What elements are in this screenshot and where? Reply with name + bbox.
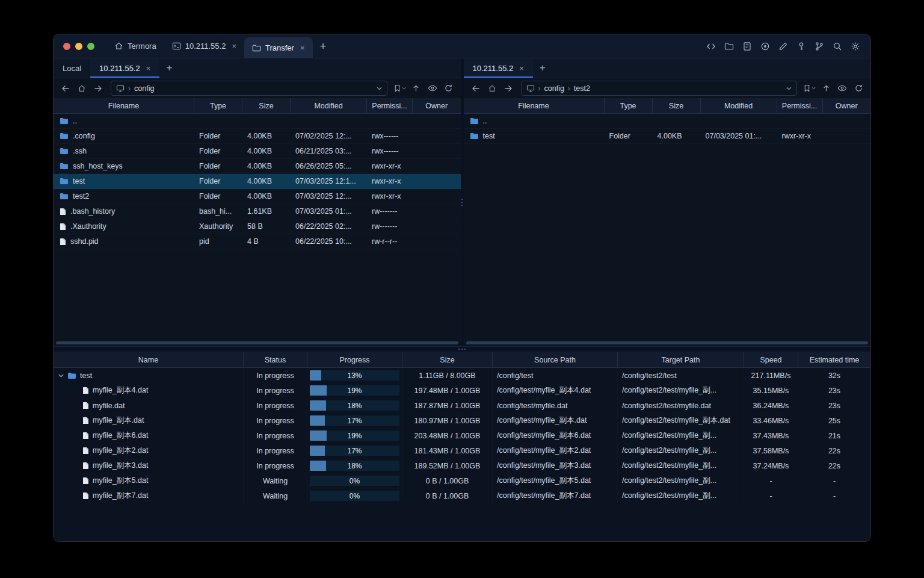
new-panel-tab-button[interactable]: + xyxy=(533,62,552,74)
breadcrumb-segment[interactable]: config xyxy=(544,84,564,93)
scrollbar-thumb[interactable] xyxy=(466,341,869,344)
chevron-down-icon[interactable] xyxy=(786,87,792,90)
transfer-row[interactable]: myfile_副本2.dat In progress 17% 181.43MB … xyxy=(54,443,870,458)
file-row[interactable]: .config Folder 4.00KB 07/02/2025 12:... … xyxy=(54,129,461,144)
upload-button[interactable] xyxy=(818,81,834,96)
key-button[interactable] xyxy=(793,39,809,54)
branch-button[interactable] xyxy=(812,39,827,54)
file-row[interactable]: .ssh Folder 4.00KB 06/21/2025 03:... rwx… xyxy=(54,144,461,159)
tab-remote-host[interactable]: 10.211.55.2 × xyxy=(90,58,159,78)
transfer-size: 181.43MB / 1.00GB xyxy=(402,443,493,458)
transfer-row[interactable]: myfile_副本.dat In progress 17% 180.97MB /… xyxy=(54,413,870,428)
tab-host[interactable]: 10.211.55.2 × xyxy=(164,34,244,58)
file-row-selected[interactable]: test Folder 4.00KB 07/03/2025 12:1... rw… xyxy=(54,174,461,189)
tab-close-icon[interactable]: × xyxy=(232,42,236,50)
file-row[interactable]: sshd.pid pid 4 B 06/22/2025 10:... rw-r-… xyxy=(54,234,461,249)
column-header-permissions[interactable]: Permissi... xyxy=(777,98,823,113)
tab-local[interactable]: Local xyxy=(54,58,90,78)
column-header-progress[interactable]: Progress xyxy=(307,352,402,367)
column-header-name[interactable]: Name xyxy=(54,352,244,367)
main-area: Local 10.211.55.2 × + › config xyxy=(54,58,870,541)
tab-transfer[interactable]: Transfer × xyxy=(244,37,313,58)
horizontal-scrollbar[interactable] xyxy=(56,341,458,344)
settings-button[interactable] xyxy=(848,39,863,54)
column-header-speed[interactable]: Speed xyxy=(744,352,798,367)
file-row[interactable]: ssh_host_keys Folder 4.00KB 06/26/2025 0… xyxy=(54,159,461,174)
transfer-row[interactable]: myfile.dat In progress 18% 187.87MB / 1.… xyxy=(54,398,870,413)
file-row[interactable]: .. xyxy=(464,114,871,129)
file-name-cell: test2 xyxy=(54,192,194,200)
tab-remote-host[interactable]: 10.211.55.2 × xyxy=(464,58,533,78)
scrollbar-thumb[interactable] xyxy=(56,341,458,344)
breadcrumb-segment[interactable]: config xyxy=(134,84,154,93)
folder-button[interactable] xyxy=(721,39,737,54)
file-row[interactable]: test2 Folder 4.00KB 07/03/2025 12:... rw… xyxy=(54,189,461,204)
horizontal-scrollbar[interactable] xyxy=(466,341,869,344)
file-row[interactable]: .. xyxy=(54,114,461,129)
show-hidden-button[interactable] xyxy=(425,81,440,96)
transfer-row[interactable]: myfile_副本6.dat In progress 19% 203.48MB … xyxy=(54,428,870,443)
file-row[interactable]: test Folder 4.00KB 07/03/2025 01:... rwx… xyxy=(464,129,871,144)
forward-button[interactable] xyxy=(500,81,516,96)
upload-button[interactable] xyxy=(408,81,424,96)
refresh-button[interactable] xyxy=(441,81,457,96)
tab-close-icon[interactable]: × xyxy=(519,64,524,72)
column-header-filename[interactable]: Filename xyxy=(54,98,194,113)
log-button[interactable] xyxy=(739,39,755,54)
tab-close-icon[interactable]: × xyxy=(146,64,151,72)
file-row[interactable]: .Xauthority Xauthority 58 B 06/22/2025 0… xyxy=(54,219,461,234)
edit-button[interactable] xyxy=(775,39,791,54)
new-tab-button[interactable]: + xyxy=(313,40,334,53)
show-hidden-button[interactable] xyxy=(834,81,850,96)
column-header-status[interactable]: Status xyxy=(244,352,307,367)
column-header-source-path[interactable]: Source Path xyxy=(493,352,618,367)
tab-close-icon[interactable]: × xyxy=(300,44,305,52)
bookmark-button[interactable] xyxy=(392,84,408,92)
forward-button[interactable] xyxy=(90,81,106,96)
zoom-window-button[interactable] xyxy=(87,43,94,50)
column-header-owner[interactable]: Owner xyxy=(413,98,461,113)
new-panel-tab-button[interactable]: + xyxy=(159,62,179,74)
breadcrumb-segment[interactable]: test2 xyxy=(574,84,590,93)
column-header-owner[interactable]: Owner xyxy=(823,98,871,113)
home-button[interactable] xyxy=(484,81,500,96)
transfer-row[interactable]: myfile_副本4.dat In progress 19% 197.48MB … xyxy=(54,383,870,398)
code-button[interactable] xyxy=(703,39,719,54)
transfer-row[interactable]: myfile_副本7.dat Waiting 0% 0 B / 1.00GB /… xyxy=(54,488,870,503)
progress-bar: 18% xyxy=(310,400,399,411)
refresh-button[interactable] xyxy=(851,81,866,96)
column-header-modified[interactable]: Modified xyxy=(291,98,367,113)
column-header-permissions[interactable]: Permissi... xyxy=(367,98,413,113)
transfer-row[interactable]: myfile_副本5.dat Waiting 0% 0 B / 1.00GB /… xyxy=(54,473,870,488)
column-header-estimated-time[interactable]: Estimated time xyxy=(798,352,870,367)
home-button[interactable] xyxy=(74,81,90,96)
breadcrumb[interactable]: › config › test2 xyxy=(521,81,798,96)
search-button[interactable] xyxy=(830,39,845,54)
column-header-type[interactable]: Type xyxy=(605,98,653,113)
bookmark-button[interactable] xyxy=(802,84,818,92)
column-header-size[interactable]: Size xyxy=(242,98,291,113)
transfer-row[interactable]: test In progress 13% 1.11GB / 8.00GB /co… xyxy=(54,368,870,383)
transfer-eta: 32s xyxy=(798,368,870,383)
close-window-button[interactable] xyxy=(63,43,70,50)
column-header-type[interactable]: Type xyxy=(194,98,242,113)
chevron-down-icon[interactable] xyxy=(377,87,382,90)
horizontal-splitter[interactable] xyxy=(54,346,870,352)
file-size: 4.00KB xyxy=(653,132,701,140)
column-header-filename[interactable]: Filename xyxy=(464,98,605,113)
column-header-target-path[interactable]: Target Path xyxy=(618,352,744,367)
minimize-window-button[interactable] xyxy=(75,43,82,50)
column-header-size[interactable]: Size xyxy=(653,98,701,113)
file-row[interactable]: .bash_history bash_hi... 1.61KB 07/03/20… xyxy=(54,204,461,219)
column-header-modified[interactable]: Modified xyxy=(701,98,777,113)
transfer-row[interactable]: myfile_副本3.dat In progress 18% 189.52MB … xyxy=(54,458,870,473)
record-button[interactable] xyxy=(757,39,773,54)
back-button[interactable] xyxy=(468,81,484,96)
column-header-size[interactable]: Size xyxy=(402,352,493,367)
folder-icon xyxy=(60,193,69,200)
back-button[interactable] xyxy=(58,81,73,96)
tab-termora[interactable]: Termora xyxy=(106,34,164,58)
collapse-chevron-icon[interactable] xyxy=(58,374,64,378)
breadcrumb[interactable]: › config xyxy=(111,81,387,96)
file-size: 4.00KB xyxy=(242,192,291,200)
